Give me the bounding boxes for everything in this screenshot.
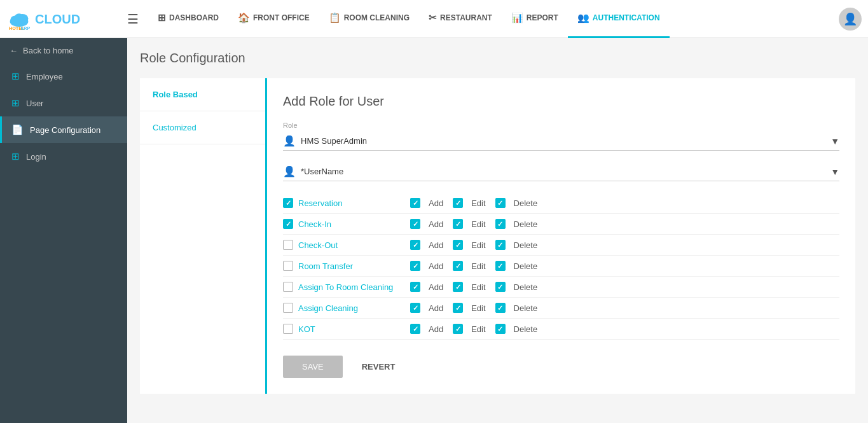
- checkout-check-cell: Check-Out: [283, 240, 410, 250]
- assign-cleaning-add-checkbox[interactable]: [410, 303, 420, 313]
- right-panel: Add Role for User Role 👤 HMS SuperAdmin …: [267, 78, 855, 394]
- kot-edit: Edit: [453, 324, 485, 334]
- user-icon: ⊞: [11, 97, 20, 109]
- employee-icon: ⊞: [11, 71, 20, 82]
- reservation-actions: Add Edit Delete: [410, 198, 839, 208]
- checkin-edit: Edit: [453, 219, 485, 229]
- table-row: Assign To Room Cleaning Add Edit: [283, 277, 839, 298]
- assign-room-cleaning-add: Add: [410, 282, 443, 292]
- checkout-delete-checkbox[interactable]: [495, 240, 506, 250]
- left-panel-customized[interactable]: Customized: [140, 111, 265, 144]
- kot-edit-checkbox[interactable]: [453, 324, 463, 334]
- room-transfer-edit-checkbox[interactable]: [453, 261, 463, 271]
- nav-dashboard[interactable]: ⊞ DASHBOARD: [148, 0, 228, 38]
- nav-authentication[interactable]: 👥 AUTHENTICATION: [568, 0, 670, 38]
- reservation-edit-checkbox[interactable]: [453, 198, 463, 208]
- role-field: Role 👤 HMS SuperAdmin ▼: [283, 121, 839, 151]
- dashboard-icon: ⊞: [158, 12, 166, 24]
- kot-checkbox[interactable]: [283, 324, 293, 334]
- assign-room-cleaning-delete: Delete: [495, 282, 538, 292]
- assign-room-cleaning-edit-checkbox[interactable]: [453, 282, 463, 292]
- room-transfer-checkbox[interactable]: [283, 261, 293, 271]
- button-row: SAVE REVERT: [283, 356, 839, 378]
- sidebar-item-user[interactable]: ⊞ User: [0, 90, 127, 116]
- nav-front-office[interactable]: 🏠 FRONT OFFICE: [228, 0, 319, 38]
- nav-room-cleaning[interactable]: 📋 ROOM CLEANING: [319, 0, 419, 38]
- kot-check-cell: KOT: [283, 324, 410, 334]
- room-transfer-add-checkbox[interactable]: [410, 261, 420, 271]
- assign-room-cleaning-actions: Add Edit Delete: [410, 282, 839, 292]
- kot-label: KOT: [298, 324, 315, 334]
- checkout-actions: Add Edit Delete: [410, 240, 839, 250]
- room-transfer-actions: Add Edit Delete: [410, 261, 839, 271]
- nav-report[interactable]: 📊 REPORT: [502, 0, 568, 38]
- role-label: Role: [283, 121, 839, 129]
- revert-button[interactable]: REVERT: [355, 356, 402, 378]
- assign-cleaning-actions: Add Edit Delete: [410, 303, 839, 313]
- save-button[interactable]: SAVE: [283, 356, 343, 378]
- left-panel-role-based[interactable]: Role Based: [140, 78, 265, 111]
- assign-cleaning-checkbox[interactable]: [283, 303, 293, 313]
- role-select[interactable]: HMS SuperAdmin: [301, 136, 830, 146]
- checkin-checkbox[interactable]: [283, 219, 293, 229]
- reservation-checkbox[interactable]: [283, 198, 293, 208]
- username-person-icon: 👤: [283, 165, 296, 177]
- sidebar-item-employee[interactable]: ⊞ Employee: [0, 63, 127, 90]
- username-field: 👤 *UserName ▼: [283, 162, 839, 181]
- username-dropdown-arrow: ▼: [830, 167, 839, 177]
- checkout-edit-checkbox[interactable]: [453, 240, 463, 250]
- kot-add: Add: [410, 324, 443, 334]
- assign-room-cleaning-checkbox[interactable]: [283, 282, 293, 292]
- table-row: Assign Cleaning Add Edit: [283, 298, 839, 319]
- table-row: KOT Add Edit: [283, 319, 839, 340]
- permission-table: Reservation Add Edit: [283, 193, 839, 340]
- room-transfer-check-cell: Room Transfer: [283, 261, 410, 271]
- assign-cleaning-edit-checkbox[interactable]: [453, 303, 463, 313]
- user-avatar[interactable]: 👤: [839, 8, 862, 31]
- checkin-check-cell: Check-In: [283, 219, 410, 229]
- nav-restaurant[interactable]: ✂ RESTAURANT: [419, 0, 502, 38]
- logo-cloud-text: CLOUD: [35, 13, 80, 25]
- front-office-icon: 🏠: [238, 12, 250, 24]
- checkout-add-checkbox[interactable]: [410, 240, 420, 250]
- kot-delete: Delete: [495, 324, 538, 334]
- hamburger-menu[interactable]: ☰: [127, 11, 139, 27]
- back-arrow-icon: ←: [10, 46, 18, 55]
- checkout-checkbox[interactable]: [283, 240, 293, 250]
- assign-room-cleaning-check-cell: Assign To Room Cleaning: [283, 282, 410, 292]
- checkin-delete: Delete: [495, 219, 538, 229]
- login-icon: ⊞: [11, 151, 20, 162]
- sidebar-item-page-config[interactable]: 📄 Page Configuration: [0, 116, 127, 143]
- svg-point-3: [15, 13, 24, 22]
- room-transfer-label: Room Transfer: [298, 261, 353, 271]
- authentication-icon: 👥: [577, 12, 589, 24]
- checkin-edit-checkbox[interactable]: [453, 219, 463, 229]
- sidebar: ← Back to home ⊞ Employee ⊞ User 📄 Page …: [0, 38, 127, 423]
- layout: ← Back to home ⊞ Employee ⊞ User 📄 Page …: [0, 38, 868, 423]
- assign-room-cleaning-edit: Edit: [453, 282, 485, 292]
- reservation-add: Add: [410, 198, 443, 208]
- sidebar-item-login[interactable]: ⊞ Login: [0, 143, 127, 170]
- checkout-delete: Delete: [495, 240, 538, 250]
- logo-cloud-icon: HOTEL ERP: [6, 6, 32, 32]
- content-area: Role Based Customized Add Role for User …: [140, 78, 855, 394]
- assign-cleaning-edit: Edit: [453, 303, 485, 313]
- reservation-add-checkbox[interactable]: [410, 198, 420, 208]
- reservation-delete-checkbox[interactable]: [495, 198, 506, 208]
- assign-room-cleaning-delete-checkbox[interactable]: [495, 282, 506, 292]
- back-to-home[interactable]: ← Back to home: [0, 38, 127, 63]
- table-row: Room Transfer Add Edit: [283, 256, 839, 277]
- room-transfer-delete-checkbox[interactable]: [495, 261, 506, 271]
- assign-cleaning-add: Add: [410, 303, 443, 313]
- checkin-delete-checkbox[interactable]: [495, 219, 506, 229]
- checkin-add-checkbox[interactable]: [410, 219, 420, 229]
- kot-add-checkbox[interactable]: [410, 324, 420, 334]
- assign-cleaning-check-cell: Assign Cleaning: [283, 303, 410, 313]
- assign-room-cleaning-add-checkbox[interactable]: [410, 282, 420, 292]
- kot-delete-checkbox[interactable]: [495, 324, 506, 334]
- kot-actions: Add Edit Delete: [410, 324, 839, 334]
- username-select[interactable]: *UserName: [301, 167, 830, 176]
- assign-cleaning-delete-checkbox[interactable]: [495, 303, 506, 313]
- report-icon: 📊: [511, 12, 523, 24]
- room-cleaning-icon: 📋: [329, 12, 341, 24]
